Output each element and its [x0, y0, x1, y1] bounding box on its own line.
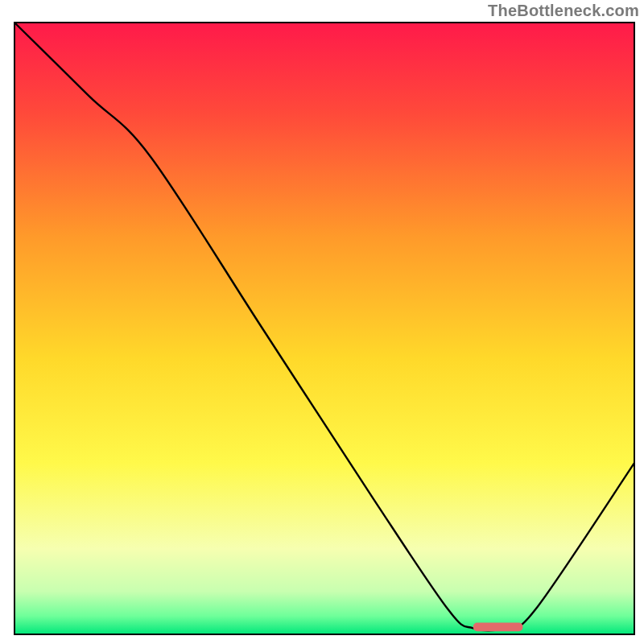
- watermark-text: TheBottleneck.com: [488, 2, 639, 20]
- optimal-marker: [473, 623, 523, 632]
- bottleneck-chart: [0, 0, 644, 644]
- chart-container: TheBottleneck.com: [0, 0, 644, 644]
- gradient-background: [14, 23, 634, 634]
